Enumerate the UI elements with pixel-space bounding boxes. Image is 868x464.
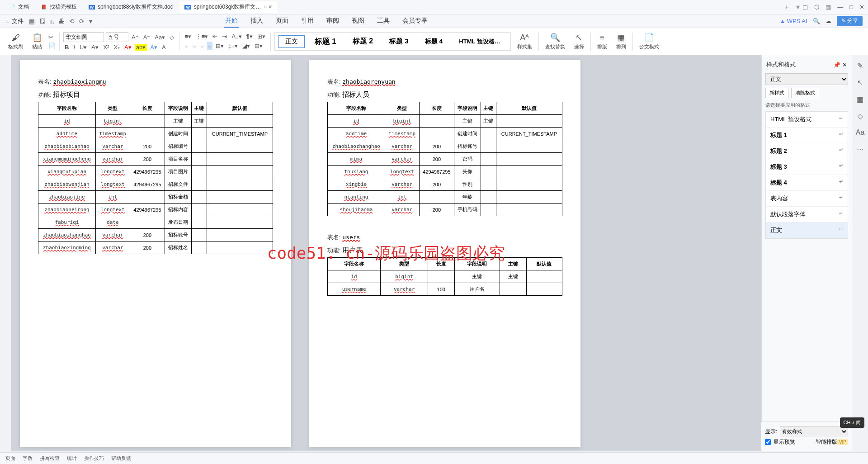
quick-access-icon[interactable]: 🖫 <box>39 18 46 25</box>
cut-icon[interactable]: ✂ <box>48 34 56 41</box>
increase-font-icon[interactable]: A⁺ <box>130 34 140 41</box>
gongwen-button[interactable]: 📄公文模式 <box>637 33 662 50</box>
new-style-button[interactable]: 新样式 <box>765 88 788 98</box>
borders-icon[interactable]: ⊞▾ <box>253 43 264 49</box>
menu-tab[interactable]: 审阅 <box>326 15 340 28</box>
format-painter[interactable]: 🖌格式刷 <box>5 33 26 50</box>
align-right-icon[interactable]: ≡ <box>199 43 205 49</box>
window-control-icon[interactable]: ⬡ <box>814 4 819 10</box>
outline-button[interactable]: ≡排版 <box>594 33 610 50</box>
distribute-icon[interactable]: ⊞▾ <box>214 43 225 49</box>
close-panel-icon[interactable]: ✕ <box>842 62 847 68</box>
menu-tab[interactable]: 页面 <box>275 15 289 28</box>
window-control-icon[interactable]: ▢ <box>802 4 808 10</box>
change-case-icon[interactable]: Aa▾ <box>153 34 166 41</box>
menu-tab[interactable]: 开始 <box>224 15 239 28</box>
paste-button[interactable]: 📋粘贴 <box>29 33 45 50</box>
document-area[interactable]: 表名: zhaobiaoxiangmu 功能: 招标项目 字段名称类型长度字段说… <box>11 55 761 451</box>
clear-format-button[interactable]: 清除格式 <box>791 88 819 98</box>
style-list-item[interactable]: 标题 1↵ <box>766 128 848 143</box>
tool-shape-icon[interactable]: ◇ <box>858 112 863 120</box>
quick-access-icon[interactable]: ⎌ <box>50 18 54 25</box>
window-control-icon[interactable]: — <box>837 4 843 10</box>
strikethrough-icon[interactable]: A̶▾ <box>90 44 100 51</box>
align-justify-icon[interactable]: ≡ <box>207 42 212 50</box>
select-button[interactable]: ↖选择 <box>571 33 587 50</box>
font-name-select[interactable] <box>63 32 104 42</box>
show-marks-icon[interactable]: ¶▾ <box>245 33 254 40</box>
phonetic-icon[interactable]: A <box>160 44 167 51</box>
new-tab-button[interactable]: + <box>780 3 793 11</box>
wps-ai-button[interactable]: ▲ WPS AI <box>779 18 807 24</box>
quick-access-icon[interactable]: ⟲ <box>69 18 75 25</box>
menu-tab[interactable]: 插入 <box>250 15 264 28</box>
menu-tab[interactable]: 会员专享 <box>401 15 429 28</box>
file-menu[interactable]: ≡ 文件 <box>5 17 24 25</box>
style-list-item[interactable]: 正文↵ <box>766 223 848 238</box>
window-tab[interactable]: 📕找稿壳模板 <box>35 1 82 13</box>
border-icon[interactable]: ⊞▾ <box>256 33 267 40</box>
decrease-indent-icon[interactable]: ⇤ <box>211 33 219 40</box>
superscript-icon[interactable]: X² <box>102 44 110 51</box>
shading-icon[interactable]: ◢▾ <box>241 43 251 49</box>
quick-access-icon[interactable]: 🖶 <box>58 18 65 25</box>
bold-icon[interactable]: B <box>63 44 70 51</box>
decrease-font-icon[interactable]: A⁻ <box>142 34 152 41</box>
window-control-icon[interactable]: □ <box>849 4 853 10</box>
search-icon[interactable]: 🔍 <box>813 18 820 24</box>
subscript-icon[interactable]: X₂ <box>112 44 121 51</box>
style-gallery-item[interactable]: 标题 3 <box>383 35 415 47</box>
style-list-item[interactable]: 表内容↵ <box>766 191 848 207</box>
style-gallery-item[interactable]: 标题 2 <box>346 35 379 48</box>
tool-pen-icon[interactable]: ✎ <box>857 62 863 70</box>
copy-icon[interactable]: 📄 <box>48 43 56 49</box>
style-list-item[interactable]: 标题 3↵ <box>766 159 848 175</box>
font-color-icon[interactable]: A▾ <box>123 44 133 51</box>
menu-tab[interactable]: 引用 <box>300 15 315 28</box>
share-button[interactable]: ✎ 分享 <box>837 16 863 26</box>
style-gallery-item[interactable]: 正文 <box>278 35 305 48</box>
tool-select-icon[interactable]: ↖ <box>857 78 863 87</box>
pin-icon[interactable]: 📌 <box>833 62 840 68</box>
find-replace-button[interactable]: 🔍查找替换 <box>542 33 568 50</box>
display-filter-select[interactable]: 有效样式 <box>780 426 848 436</box>
quick-access-icon[interactable]: ▤ <box>29 18 35 25</box>
styleset-button[interactable]: Aᴬ样式集 <box>514 33 535 50</box>
tool-text-icon[interactable]: Aa <box>856 128 865 137</box>
quick-access-icon[interactable]: ⟳ <box>79 18 85 25</box>
menu-tab[interactable]: 工具 <box>376 15 391 28</box>
window-tab[interactable]: Wspringboot88sly数据库文档.doc <box>83 1 179 13</box>
italic-icon[interactable]: I <box>72 44 76 51</box>
align-center-icon[interactable]: ≡ <box>191 43 198 49</box>
style-list-item[interactable]: HTML 预设格式↵ <box>766 112 848 128</box>
bullets-icon[interactable]: ≡▾ <box>183 33 193 40</box>
window-tab[interactable]: Wspringboot603gk数据库文… ○ ✕ <box>179 1 278 13</box>
window-control-icon[interactable]: ▦ <box>826 4 831 10</box>
clear-format-icon[interactable]: ◇ <box>168 34 175 41</box>
numbering-icon[interactable]: ⋮≡▾ <box>194 33 210 40</box>
close-icon[interactable]: ○ ✕ <box>264 4 272 10</box>
style-gallery-item[interactable]: 标题 1 <box>308 34 343 48</box>
style-gallery-item[interactable]: 标题 4 <box>419 36 449 47</box>
arrange-button[interactable]: ▦排列 <box>613 33 629 50</box>
align-left-icon[interactable]: ≡ <box>183 43 189 49</box>
underline-icon[interactable]: U▾ <box>78 44 88 51</box>
increase-indent-icon[interactable]: ⇥ <box>221 33 228 40</box>
font-size-select[interactable] <box>106 32 128 42</box>
style-gallery-item[interactable]: HTML 预设格… <box>453 36 506 47</box>
cloud-icon[interactable]: ☁ <box>826 18 831 24</box>
menu-tab[interactable]: 视图 <box>351 15 365 28</box>
tool-layers-icon[interactable]: ▦ <box>857 95 863 104</box>
tool-more-icon[interactable]: ⋯ <box>857 145 864 153</box>
line-spacing-icon[interactable]: ‡≡▾ <box>227 43 240 49</box>
text-effect-icon[interactable]: A▾ <box>149 44 159 51</box>
style-list-item[interactable]: 标题 2↵ <box>766 143 848 159</box>
window-control-icon[interactable]: ✕ <box>859 4 864 10</box>
style-list-item[interactable]: 默认段落字体↵ <box>766 207 848 223</box>
preview-checkbox[interactable] <box>765 439 771 445</box>
style-list-item[interactable]: 标题 4↵ <box>766 175 848 191</box>
highlight-icon[interactable]: ab▾ <box>135 44 147 51</box>
sort-icon[interactable]: A↓▾ <box>230 33 243 40</box>
window-tab[interactable]: 📄文档 <box>4 1 34 13</box>
current-style-select[interactable]: 正文 <box>765 73 848 85</box>
